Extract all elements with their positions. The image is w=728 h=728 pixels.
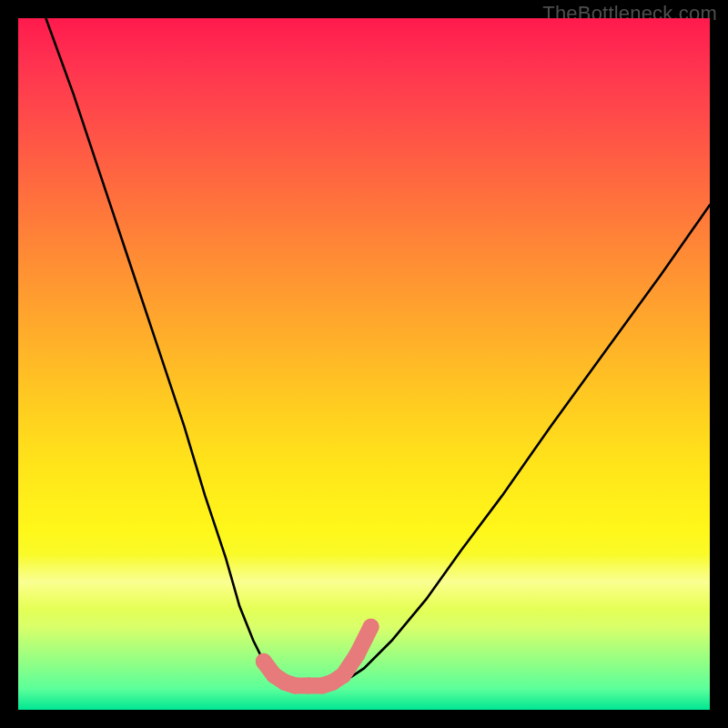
chart-overlay: [18, 18, 710, 710]
pink-marker-dot: [335, 667, 351, 683]
pink-marker-group: [256, 619, 379, 694]
pink-marker-dot: [349, 646, 365, 662]
right-curve: [343, 205, 710, 682]
left-curve: [46, 18, 284, 682]
chart-frame: [18, 18, 710, 710]
pink-marker-dot: [256, 653, 272, 670]
pink-marker-dot: [363, 619, 379, 635]
